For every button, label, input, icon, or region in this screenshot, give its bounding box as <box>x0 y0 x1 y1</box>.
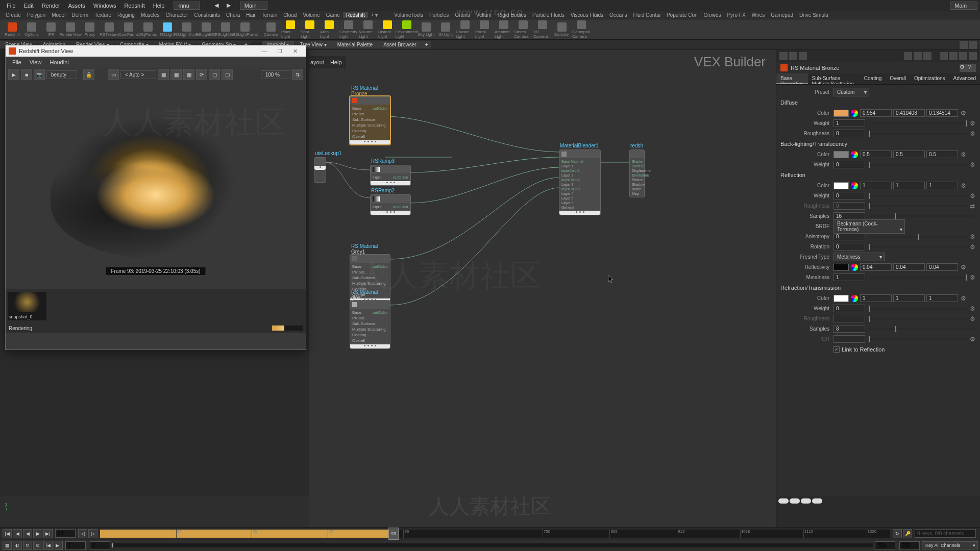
refl-color-g[interactable] <box>893 182 925 189</box>
playbar-step-prev-button[interactable]: ◁ <box>78 529 87 538</box>
keyall-dropdown[interactable]: Key All Channels <box>922 541 978 549</box>
tl2-btn3[interactable]: ↻ <box>23 541 32 550</box>
rp-tool-icon[interactable] <box>779 52 788 60</box>
refr-color-g[interactable] <box>893 294 925 302</box>
desktop-dropdown-left[interactable]: mnu <box>174 2 200 10</box>
op-gear-icon[interactable]: ⚙ <box>960 64 968 72</box>
refr-color-swatch[interactable] <box>834 295 849 302</box>
shelf-proxy-button[interactable]: Proxy <box>81 20 99 39</box>
refl-color-r[interactable] <box>860 182 892 189</box>
shelf-vollight-button[interactable]: Volume Light <box>359 20 377 39</box>
rp-layout3-icon[interactable] <box>923 52 932 60</box>
refr-samples-value[interactable] <box>834 325 865 333</box>
shelf-camparms-button[interactable]: CamParms <box>119 20 138 39</box>
node-blender[interactable]: Base Material Layer 1 layerColor1 Layer … <box>559 149 601 215</box>
refl-metalness-value[interactable] <box>834 273 865 281</box>
render-stop-button[interactable]: ■ <box>21 69 32 80</box>
playbar-play-button[interactable]: ▶ <box>33 529 42 538</box>
rp-folder-icon[interactable] <box>940 52 948 60</box>
playbar-prev-button[interactable]: ◀ <box>13 529 22 538</box>
node-graph[interactable]: VEX Builder RS MaterialBronze Base Prope… <box>309 50 776 527</box>
shelf-spotlight-button[interactable]: Spot Light <box>301 20 319 39</box>
refr-color-b[interactable] <box>926 294 958 302</box>
render-titlebar[interactable]: Redshift Render View — ☐ ✕ <box>6 45 306 57</box>
backlight-color-gear-icon[interactable]: ⚙ <box>960 151 967 158</box>
shelf-options-button[interactable]: Options <box>22 20 41 39</box>
backlight-color-swatch[interactable] <box>834 151 849 158</box>
refl-weight-value[interactable] <box>834 192 865 199</box>
shelf-tab-populatecon[interactable]: Populate Con <box>664 12 701 18</box>
refr-samples-slider[interactable] <box>869 328 974 330</box>
backlight-weight-gear-icon[interactable]: ⚙ <box>969 161 976 168</box>
refl-color-b[interactable] <box>926 182 958 189</box>
shelf-tab-texture[interactable]: Texture <box>91 12 114 18</box>
node-bronze[interactable]: RS MaterialBronze Base Proper...outColor… <box>350 96 390 145</box>
shelf-tab-terrain[interactable]: Terrain <box>259 12 281 18</box>
node-glow[interactable]: RS Materialglow Base Proper...outColor S… <box>350 300 390 349</box>
shelf-pointlight-button[interactable]: Point Light <box>281 20 300 39</box>
radial-menu-dropdown[interactable]: Main <box>950 2 977 10</box>
tl2-btn1[interactable]: ▦ <box>3 541 12 550</box>
close-button[interactable]: ✕ <box>287 46 303 56</box>
playbar-step-next-button[interactable]: ▷ <box>88 529 97 538</box>
render-grid1-button[interactable]: ▦ <box>158 69 169 80</box>
nav-fwd-icon[interactable]: ▶ <box>223 2 235 9</box>
shelf-tab-chara[interactable]: Chara <box>223 12 243 18</box>
diffuse-color-swatch[interactable] <box>834 110 849 117</box>
menu-help[interactable]: Help <box>149 3 169 9</box>
tab-sss[interactable]: Sub-Surface Multiple Scattering <box>808 73 860 84</box>
shelf-camera-button[interactable]: Camera <box>262 20 280 39</box>
snapshot-thumbnail[interactable]: snapshot_0 <box>8 292 46 320</box>
auto-select[interactable]: < Auto > <box>120 70 156 79</box>
tab-coating[interactable]: Coating <box>860 73 886 84</box>
shelf-rstexture-button[interactable]: RSTexture <box>100 20 118 39</box>
shelf-renderview-button[interactable]: RenderView <box>61 20 80 39</box>
shelf-portallight-button[interactable]: Portal Light <box>475 20 494 39</box>
render-menu-houdini[interactable]: Houdini <box>45 59 72 65</box>
refl-metalness-slider[interactable] <box>869 277 967 279</box>
diffuse-color-r[interactable] <box>860 109 892 117</box>
desktop-dropdown-right[interactable]: Main <box>240 2 267 10</box>
timeline-track[interactable]: 93 24 48 72 96 700 808 912 1016 1116 122… <box>100 530 890 538</box>
tab-base-properties[interactable]: Base Properties <box>776 73 808 84</box>
shape-icon[interactable] <box>801 498 811 504</box>
shelf-tab-add-icon[interactable]: + ▾ <box>368 12 381 18</box>
tab-advanced[interactable]: Advanced <box>949 73 980 84</box>
render-snapshot-button[interactable]: 📷 <box>34 69 45 80</box>
current-frame-field[interactable] <box>55 529 76 538</box>
shelf-tab-drivesimula[interactable]: Drive Simula <box>796 12 831 18</box>
preset-dropdown[interactable]: Custom <box>834 88 869 96</box>
diffuse-weight-slider[interactable] <box>869 122 967 124</box>
render-grid3-button[interactable]: ▦ <box>183 69 194 80</box>
refr-roughness-gear-icon[interactable]: ⚙ <box>969 315 976 322</box>
shelf-tab-oceans[interactable]: Oceans <box>606 12 630 18</box>
refl-color-swatch[interactable] <box>834 182 849 189</box>
render-lock-button[interactable]: 🔒 <box>83 69 94 80</box>
op-help-icon[interactable]: ? <box>968 64 976 72</box>
refl-samples-slider[interactable] <box>869 215 974 217</box>
refr-weight-value[interactable] <box>834 305 865 312</box>
diffuse-color-picker-icon[interactable] <box>851 110 858 117</box>
shelf-ambientlight-button[interactable]: Ambient Light <box>495 20 513 39</box>
diffuse-weight-value[interactable] <box>834 119 865 127</box>
diffuse-weight-gear-icon[interactable]: ⚙ <box>969 120 976 127</box>
render-menu-file[interactable]: File <box>8 59 26 65</box>
refr-link-checkbox[interactable]: ✓ <box>834 346 840 353</box>
refr-ior-gear-icon[interactable]: ⚙ <box>969 336 976 343</box>
node-ramp2[interactable]: inputoutColor <box>370 194 411 215</box>
refl-aniso-slider[interactable] <box>869 236 967 238</box>
shelf-causticlight-button[interactable]: Caustic Light <box>456 20 474 39</box>
backlight-color-picker-icon[interactable] <box>851 151 858 158</box>
shelf-vrcam-button[interactable]: VR Camera <box>533 20 552 39</box>
render-bucket2-button[interactable]: ▢ <box>222 69 233 80</box>
shelf-tab-viscous[interactable]: Viscous Fluids <box>568 12 606 18</box>
shelf-stereocam-button[interactable]: Stereo Camera <box>514 20 532 39</box>
menu-edit[interactable]: Edit <box>20 3 38 9</box>
refr-weight-slider[interactable] <box>869 308 967 310</box>
timeline-loop-icon[interactable]: ↻ <box>893 529 902 538</box>
range-startvis-field[interactable] <box>90 541 110 550</box>
shelf-envlight-button[interactable]: Environment Light <box>398 20 416 39</box>
refl-reflectivity-gear-icon[interactable]: ⚙ <box>960 264 967 271</box>
refl-aniso-gear-icon[interactable]: ⚙ <box>969 233 976 240</box>
shelf-distlight-button[interactable]: Distant Light <box>378 20 397 39</box>
